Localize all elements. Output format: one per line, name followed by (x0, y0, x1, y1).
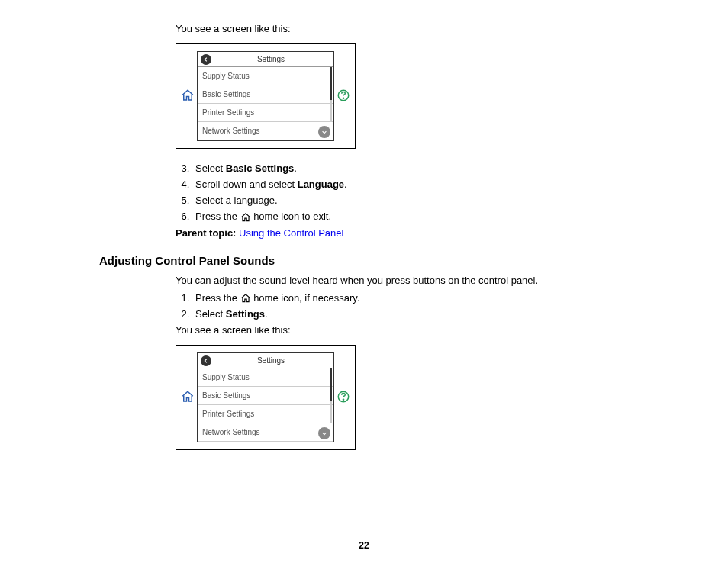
figure-row: Printer Settings (198, 405, 333, 423)
scroll-indicator (330, 368, 332, 423)
home-icon (181, 88, 195, 105)
home-icon (181, 390, 195, 406)
chevron-down-icon (318, 126, 330, 138)
figure-row: Network Settings (198, 122, 333, 140)
figure-1: Settings Supply Status Basic Settings Pr… (176, 43, 356, 149)
help-icon (337, 88, 350, 105)
intro-text-1: You see a screen like this: (176, 23, 667, 34)
parent-topic-link[interactable]: Using the Control Panel (239, 227, 343, 239)
figure-2: Settings Supply Status Basic Settings Pr… (176, 345, 356, 450)
figure-title: Settings (211, 55, 330, 63)
step-item: Press the home icon to exit. (192, 211, 667, 223)
back-icon (201, 355, 211, 366)
step-item: Select a language. (192, 195, 667, 206)
figure-row: Network Settings (198, 423, 333, 442)
figure-title: Settings (211, 356, 330, 365)
figure-header: Settings (198, 52, 333, 67)
steps-list-b: Press the home icon, if necessary. Selec… (176, 292, 667, 320)
figure-panel: Settings Supply Status Basic Settings Pr… (197, 352, 334, 442)
figure-header: Settings (198, 353, 333, 368)
section-heading: Adjusting Control Panel Sounds (99, 254, 667, 267)
svg-point-3 (343, 399, 343, 400)
step-item: Select Settings. (192, 308, 667, 320)
figure-row: Basic Settings (198, 85, 333, 104)
figure-2-container: Settings Supply Status Basic Settings Pr… (176, 345, 667, 450)
svg-point-1 (343, 98, 343, 98)
figure-panel: Settings Supply Status Basic Settings Pr… (197, 51, 334, 141)
step-item: Press the home icon, if necessary. (192, 292, 667, 304)
figure-row: Supply Status (198, 67, 333, 85)
steps-list-a: Select Basic Settings. Scroll down and s… (176, 162, 667, 223)
help-icon (337, 390, 350, 406)
figure-row: Printer Settings (198, 104, 333, 122)
section-intro: You can adjust the sound level heard whe… (176, 275, 667, 286)
figure-1-container: Settings Supply Status Basic Settings Pr… (176, 43, 667, 149)
step-item: Scroll down and select Language. (192, 179, 667, 190)
step-item: Select Basic Settings. (192, 162, 667, 174)
chevron-down-icon (318, 427, 330, 439)
parent-topic: Parent topic: Using the Control Panel (176, 227, 667, 239)
back-icon (201, 54, 211, 65)
figure-row: Basic Settings (198, 387, 333, 405)
home-icon (240, 293, 251, 304)
page-number: 22 (0, 540, 728, 551)
figure-row: Supply Status (198, 368, 333, 387)
parent-topic-label: Parent topic: (176, 227, 239, 239)
home-icon (240, 212, 251, 223)
scroll-indicator (330, 67, 332, 122)
intro-text-2: You see a screen like this: (176, 324, 667, 336)
